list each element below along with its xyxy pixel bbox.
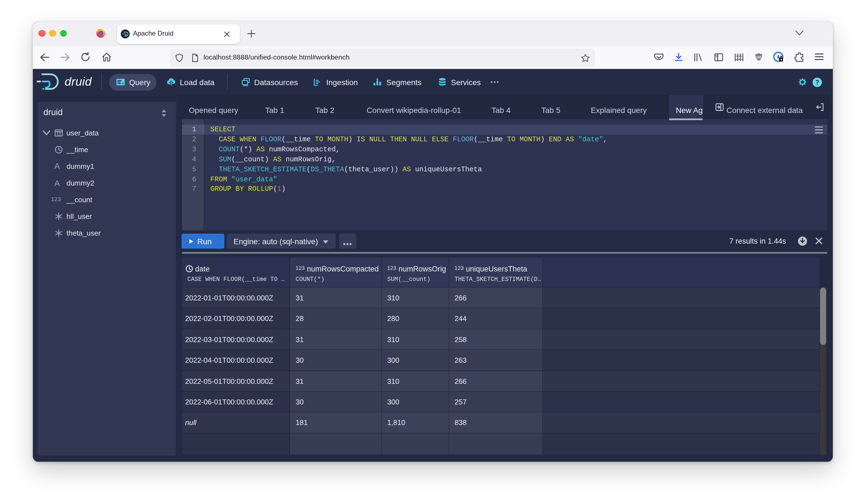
svg-text:?: ?: [815, 78, 819, 86]
svg-text:uo: uo: [756, 54, 761, 59]
